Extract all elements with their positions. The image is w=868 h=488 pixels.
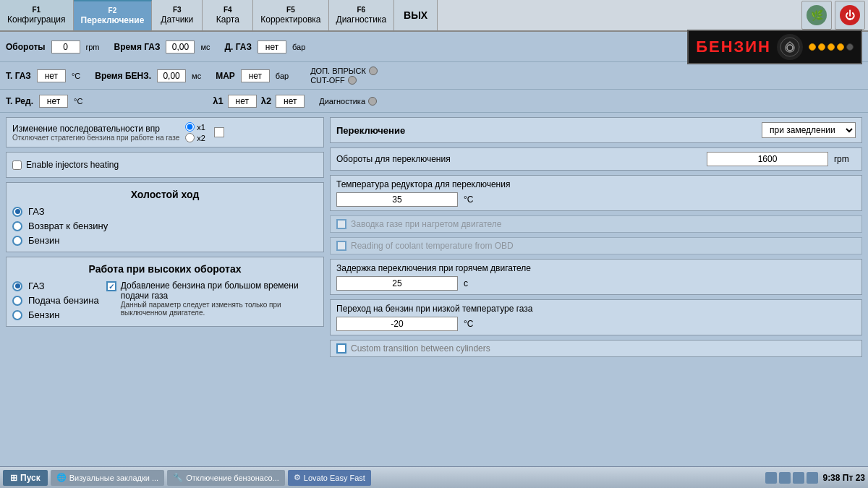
tray-icon3	[793, 472, 804, 484]
delay-inner: с	[336, 276, 856, 291]
idle-radio-return[interactable]	[12, 221, 22, 231]
tab-f6[interactable]: F6 Диагностика	[329, 0, 395, 30]
inj-seq-box: Изменение последовательности впр Отключа…	[6, 117, 324, 147]
delay-unit: с	[464, 278, 485, 288]
high-radio-benz[interactable]	[12, 310, 22, 320]
lowtemp-input[interactable]	[336, 317, 458, 331]
enable-injectors-item[interactable]: Enable injectors heating	[12, 157, 318, 173]
inj-radio-x2[interactable]: x2	[185, 133, 205, 142]
benz-time-group: Время БЕНЗ. 0,00 мс	[95, 69, 201, 82]
lowtemp-row: Переход на бензин при низкой температуре…	[330, 299, 862, 335]
temp-red-label: Температура редуктора для переключения	[336, 179, 856, 189]
t-red-unit: °C	[74, 97, 82, 106]
switch-header: Переключение при замедлении при разгоне …	[330, 117, 862, 143]
indicators-section: ДОП. ВПРЫСК CUT-OFF	[310, 67, 378, 85]
lowtemp-unit: °C	[464, 319, 485, 329]
enable-injectors-label: Enable injectors heating	[26, 160, 119, 170]
delay-label: Задержка переключения при горячем двигат…	[336, 263, 856, 273]
benz-time-label: Время БЕНЗ.	[95, 71, 151, 81]
custom-trans-checkbox[interactable]	[336, 343, 346, 354]
coolant-row[interactable]: Reading of coolant temperature from OBD	[330, 237, 862, 254]
inj-checkbox[interactable]	[214, 127, 224, 137]
lambda2-label: λ2	[261, 95, 271, 106]
inj-seq-label: Изменение последовательности впр Отключа…	[12, 124, 179, 142]
high-radio-gaz[interactable]	[12, 281, 22, 291]
rpm-switch-unit: rpm	[834, 154, 856, 164]
idle-item-return[interactable]: Возврат к бензину	[12, 221, 318, 231]
tray-icon2	[779, 472, 791, 484]
tab-icons: 🌿 ⏻	[801, 0, 868, 30]
tab-f2[interactable]: F2 Переключение	[74, 0, 153, 30]
tab-f4[interactable]: F4 Карта	[203, 0, 253, 30]
idle-radio-benz[interactable]	[12, 236, 22, 246]
taskbar-item2[interactable]: 🔧 Отключение бензонасо...	[167, 470, 285, 486]
switch-select[interactable]: при замедлении при разгоне вручную	[762, 122, 856, 138]
left-panel: Изменение последовательности впр Отключа…	[6, 117, 324, 462]
inj-radio-x1[interactable]: x1	[185, 122, 205, 132]
zavodka-checkbox[interactable]	[336, 219, 346, 229]
idle-item-benz[interactable]: Бензин	[12, 235, 318, 246]
diag-section: Диагностика	[319, 97, 377, 106]
cutoff-led	[348, 76, 357, 85]
right-panel: Переключение при замедлении при разгоне …	[330, 117, 862, 462]
temp-red-inner: °C	[336, 192, 856, 207]
lowtemp-label: Переход на бензин при низкой температуре…	[336, 304, 856, 314]
d-gaz-unit: бар	[292, 43, 305, 51]
rpm-switch-input[interactable]	[707, 152, 828, 166]
rpm-unit: rpm	[86, 43, 100, 51]
map-unit: бар	[276, 72, 289, 80]
taskbar-item1[interactable]: 🌐 Визуальные закладки ...	[51, 470, 164, 486]
tab-f5[interactable]: F5 Корректировка	[253, 0, 328, 30]
dop-indicator: ДОП. ВПРЫСК	[310, 67, 378, 75]
tab-f1[interactable]: F1 Конфигурация	[0, 0, 74, 30]
map-group: MAP нет бар	[216, 69, 289, 82]
lambda1-label: λ1	[213, 95, 223, 106]
rpm-group: Обороты 0 rpm	[6, 40, 100, 53]
tab-exit[interactable]: ВЫХ	[394, 0, 438, 30]
t-red-value: нет	[39, 95, 68, 108]
gas-time-unit: мс	[200, 43, 210, 51]
zavodka-row[interactable]: Заводка газе при нагретом двигателе	[330, 215, 862, 233]
high-rpm-content: ГАЗ Подача бензина Бензин	[12, 281, 318, 320]
d-gaz-label: Д. ГАЗ	[225, 42, 252, 52]
t-gaz-label: Т. ГАЗ	[6, 71, 31, 81]
d-gaz-group: Д. ГАЗ нет бар	[225, 40, 306, 53]
delay-input[interactable]	[336, 276, 458, 291]
icon-leaf-btn[interactable]: 🌿	[801, 1, 832, 30]
inj-radio-group: x1 x2	[185, 122, 205, 142]
start-button[interactable]: ⊞ Пуск	[3, 470, 48, 486]
idle-item-gaz[interactable]: ГАЗ	[12, 206, 318, 217]
custom-trans-row[interactable]: Custom transition between cylinders	[330, 340, 862, 357]
taskbar: ⊞ Пуск 🌐 Визуальные закладки ... 🔧 Отклю…	[0, 466, 868, 488]
start-icon: ⊞	[10, 473, 17, 483]
high-rpm-title: Работа при высоких оборотах	[12, 263, 318, 275]
high-rpm-right: Добавление бензина при большом времени п…	[106, 281, 318, 320]
taskbar-item3[interactable]: ⚙ Lovato Easy Fast	[288, 470, 371, 486]
taskbar-icon2: 🔧	[173, 473, 183, 482]
rpm-label: Обороты	[6, 42, 46, 52]
zavodka-label: Заводка газе при нагретом двигателе	[351, 219, 502, 229]
idle-radio-gaz[interactable]	[12, 207, 22, 217]
main-content: Изменение последовательности впр Отключа…	[0, 113, 868, 466]
leaf-icon: 🌿	[807, 5, 827, 25]
benz-time-value: 0,00	[157, 69, 186, 82]
high-add-item[interactable]: Добавление бензина при большом времени п…	[106, 281, 318, 317]
high-add-checkbox[interactable]	[106, 281, 116, 291]
enable-injectors-checkbox[interactable]	[12, 160, 22, 170]
gas-time-group: Время ГАЗ 0,00 мс	[114, 40, 210, 53]
lambda1-value: нет	[228, 95, 257, 108]
high-item-gaz[interactable]: ГАЗ	[12, 281, 99, 291]
rpm-switch-label: Обороты для переключения	[336, 154, 701, 164]
temp-red-input[interactable]	[336, 192, 458, 207]
coolant-checkbox[interactable]	[336, 241, 346, 251]
tab-f3[interactable]: F3 Датчики	[152, 0, 203, 30]
benz-icon	[777, 34, 803, 60]
icon-red-btn[interactable]: ⏻	[835, 1, 865, 30]
high-item-benz[interactable]: Бензин	[12, 309, 99, 320]
rpm-value: 0	[51, 40, 80, 53]
idle-box: Холостой ход ГАЗ Возврат к бензину Бензи…	[6, 182, 324, 252]
high-rpm-box: Работа при высоких оборотах ГАЗ Подача б…	[6, 257, 324, 327]
high-radio-supply[interactable]	[12, 296, 22, 306]
switch-title: Переключение	[336, 125, 756, 136]
high-item-supply[interactable]: Подача бензина	[12, 295, 99, 306]
